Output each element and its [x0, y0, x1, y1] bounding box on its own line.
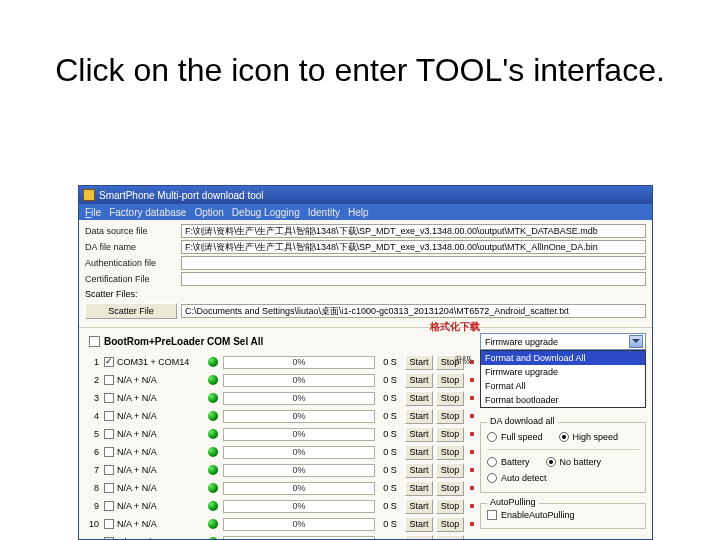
mode-option[interactable]: Format All [481, 379, 645, 393]
port-checkbox[interactable] [104, 501, 114, 511]
port-row: 1COM31 + COM140%0 SStartStop [83, 353, 474, 371]
scatter-file-button[interactable]: Scatter File [85, 303, 177, 319]
select-all-checkbox[interactable] [89, 336, 100, 347]
status-dot-icon [208, 519, 218, 529]
mode-dropdown-menu: Format and Download AllFirmware upgradeF… [480, 350, 646, 408]
progress-bar: 0% [223, 536, 375, 541]
port-checkbox[interactable] [104, 429, 114, 439]
start-button[interactable]: Start [405, 373, 433, 388]
full-speed-radio[interactable] [487, 432, 497, 442]
data-source-label: Data source file [85, 226, 177, 236]
stop-button[interactable]: Stop [436, 499, 464, 514]
auth-file-label: Authentication file [85, 258, 177, 268]
start-button[interactable]: Start [405, 499, 433, 514]
data-source-input[interactable]: F:\刘涛\资料\生产\生产工具\智能\1348\下载\SP_MDT_exe_v… [181, 224, 646, 238]
menubar: File Factory database Option Debug Loggi… [79, 204, 652, 220]
port-checkbox[interactable] [104, 393, 114, 403]
window-title: SmartPhone Multi-port download tool [99, 190, 264, 201]
no-battery-radio[interactable] [546, 457, 556, 467]
start-button[interactable]: Start [405, 445, 433, 460]
scatter-file-input[interactable]: C:\Documents and Settings\liutao\桌面\i1-c… [181, 304, 646, 318]
stop-button[interactable]: Stop [436, 445, 464, 460]
auto-detect-radio[interactable] [487, 473, 497, 483]
start-button[interactable]: Start [405, 409, 433, 424]
port-checkbox[interactable] [104, 411, 114, 421]
stop-button[interactable]: Stop [436, 481, 464, 496]
progress-bar: 0% [223, 482, 375, 495]
da-download-group: DA download all Full speed High speed [480, 422, 646, 493]
port-checkbox[interactable] [104, 375, 114, 385]
progress-bar: 0% [223, 518, 375, 531]
progress-bar: 0% [223, 410, 375, 423]
port-index: 3 [85, 393, 99, 403]
stop-button[interactable]: Stop [436, 409, 464, 424]
port-checkbox[interactable] [104, 447, 114, 457]
stop-button[interactable]: Stop [436, 373, 464, 388]
start-button[interactable]: Start [405, 355, 433, 370]
menu-identity[interactable]: Identity [308, 207, 340, 218]
start-button[interactable]: Start [405, 427, 433, 442]
mode-option[interactable]: Format bootloader [481, 393, 645, 407]
port-name: N/A + N/A [117, 465, 203, 475]
port-checkbox[interactable] [104, 357, 114, 367]
port-row: 5N/A + N/A0%0 SStartStop [83, 425, 474, 443]
stop-button[interactable]: Stop [436, 463, 464, 478]
mode-option[interactable]: Format and Download All [481, 351, 645, 365]
mode-dropdown[interactable]: Firmware upgrade [480, 333, 646, 350]
elapsed-time: 0 S [378, 429, 402, 439]
progress-bar: 0% [223, 500, 375, 513]
high-speed-label: High speed [573, 432, 619, 442]
port-row: 7N/A + N/A0%0 SStartStop [83, 461, 474, 479]
select-all-label: BootRom+PreLoader COM Sel All [104, 336, 263, 347]
stop-button[interactable]: Stop [436, 517, 464, 532]
start-button[interactable]: Start [405, 481, 433, 496]
progress-bar: 0% [223, 392, 375, 405]
cert-file-label: Certification File [85, 274, 177, 284]
start-button[interactable]: Start [405, 535, 433, 541]
cert-file-input[interactable] [181, 272, 646, 286]
stop-button[interactable]: Stop [436, 535, 464, 541]
port-index: 1 [85, 357, 99, 367]
mode-option[interactable]: Firmware upgrade [481, 365, 645, 379]
port-row: 2N/A + N/A0%0 SStartStop [83, 371, 474, 389]
port-index: 5 [85, 429, 99, 439]
start-button[interactable]: Start [405, 391, 433, 406]
port-checkbox[interactable] [104, 465, 114, 475]
enable-autopulling-checkbox[interactable] [487, 510, 497, 520]
auth-file-input[interactable] [181, 256, 646, 270]
progress-bar: 0% [223, 446, 375, 459]
port-name: N/A + N/A [117, 447, 203, 457]
menu-file[interactable]: File [85, 207, 101, 218]
stop-button[interactable]: Stop [436, 391, 464, 406]
menu-help[interactable]: Help [348, 207, 369, 218]
dropdown-arrow-icon[interactable] [629, 335, 643, 348]
stop-button[interactable]: Stop [436, 427, 464, 442]
high-speed-radio[interactable] [559, 432, 569, 442]
progress-bar: 0% [223, 356, 375, 369]
elapsed-time: 0 S [378, 357, 402, 367]
start-button[interactable]: Start [405, 517, 433, 532]
status-dot-icon [208, 501, 218, 511]
port-row: 9N/A + N/A0%0 SStartStop [83, 497, 474, 515]
port-row: 4N/A + N/A0%0 SStartStop [83, 407, 474, 425]
menu-option[interactable]: Option [194, 207, 223, 218]
battery-label: Battery [501, 457, 530, 467]
da-file-input[interactable]: F:\刘涛\资料\生产\生产工具\智能\1348\下载\SP_MDT_exe_v… [181, 240, 646, 254]
port-checkbox[interactable] [104, 519, 114, 529]
port-index: 8 [85, 483, 99, 493]
elapsed-time: 0 S [378, 501, 402, 511]
elapsed-time: 0 S [378, 393, 402, 403]
menu-factory-database[interactable]: Factory database [109, 207, 186, 218]
battery-radio[interactable] [487, 457, 497, 467]
port-name: N/A + N/A [117, 501, 203, 511]
port-name: N/A + N/A [117, 375, 203, 385]
port-row: 10N/A + N/A0%0 SStartStop [83, 515, 474, 533]
menu-debug-logging[interactable]: Debug Logging [232, 207, 300, 218]
port-index: 6 [85, 447, 99, 457]
port-checkbox[interactable] [104, 483, 114, 493]
elapsed-time: 0 S [378, 465, 402, 475]
status-dot-icon [208, 411, 218, 421]
status-dot-icon [208, 465, 218, 475]
progress-bar: 0% [223, 464, 375, 477]
start-button[interactable]: Start [405, 463, 433, 478]
